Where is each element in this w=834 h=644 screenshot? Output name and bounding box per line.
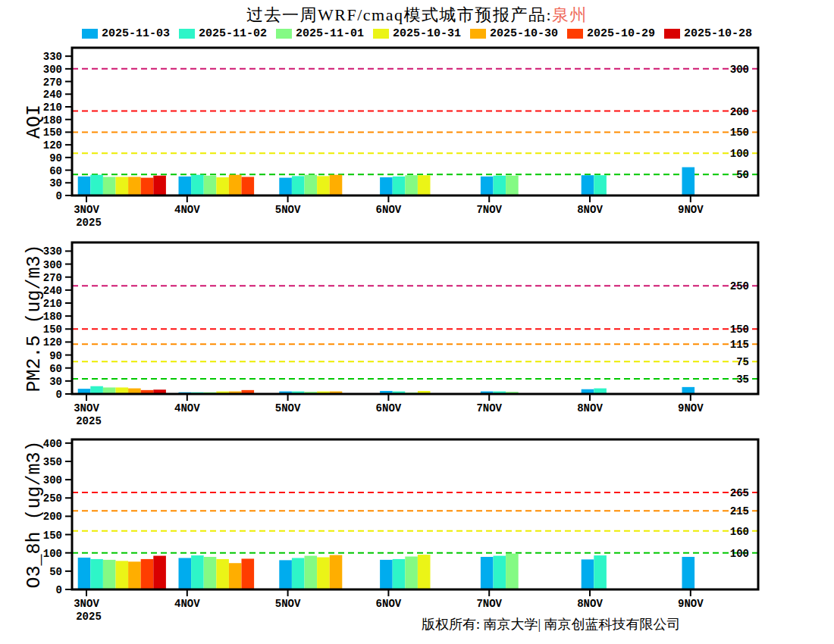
y-tick-label: 210: [43, 298, 62, 310]
y-axis-title: PM2.5 (ug/m3): [24, 244, 45, 392]
x-tick-label: 4NOV: [174, 598, 200, 610]
y-tick-label: 270: [43, 77, 62, 89]
y-tick-label: 90: [49, 350, 62, 362]
x-tick-label: 6NOV: [376, 402, 402, 414]
y-axis-title: AQI: [24, 105, 45, 139]
x-tick-label: 4NOV: [174, 204, 200, 216]
threshold-label-100: 100: [730, 548, 749, 560]
forecast-product-page: 过去一周WRF/cmaq模式城市预报产品:泉州 2025-11-032025-1…: [0, 0, 834, 644]
bar-2025-11-02-4NOV: [191, 175, 204, 195]
y-tick-label: 330: [43, 51, 62, 63]
y-tick-label: 100: [43, 548, 62, 560]
bar-2025-11-01-7NOV: [506, 176, 519, 195]
x-tick-label: 3NOV: [74, 402, 99, 414]
x-tick-sublabel: 2025: [76, 415, 102, 427]
bar-2025-10-29-3NOV: [141, 559, 154, 589]
bar-2025-11-03-7NOV: [481, 557, 494, 589]
bar-2025-11-01-4NOV: [204, 557, 217, 589]
y-tick-label: 270: [43, 272, 62, 284]
y-tick-label: 0: [56, 584, 62, 596]
bar-2025-10-31-6NOV: [418, 175, 431, 195]
y-tick-label: 240: [43, 285, 62, 297]
threshold-label-265: 265: [730, 487, 749, 499]
y-tick-label: 0: [56, 389, 62, 401]
bar-2025-10-31-5NOV: [317, 558, 330, 589]
y-tick-label: 30: [49, 376, 62, 388]
x-tick-label: 6NOV: [376, 598, 402, 610]
bar-2025-11-01-3NOV: [103, 560, 116, 589]
bar-2025-10-30-3NOV: [128, 177, 141, 195]
y-tick-label: 60: [49, 165, 62, 177]
bar-2025-10-31-4NOV: [216, 559, 229, 589]
y-tick-label: 50: [49, 566, 62, 578]
y-tick-label: 0: [56, 190, 62, 202]
x-tick-label: 5NOV: [275, 598, 301, 610]
bar-2025-11-03-4NOV: [179, 558, 192, 589]
bar-2025-11-01-5NOV: [305, 175, 318, 195]
y-tick-label: 400: [43, 438, 62, 450]
y-tick-label: 240: [43, 89, 62, 101]
x-tick-label: 7NOV: [476, 204, 502, 216]
bar-2025-11-03-5NOV: [279, 560, 292, 589]
bar-2025-11-01-4NOV: [204, 176, 217, 195]
bar-2025-10-29-4NOV: [242, 558, 255, 589]
bar-2025-10-29-4NOV: [242, 177, 255, 195]
bar-2025-11-01-7NOV: [506, 554, 519, 589]
threshold-label-150: 150: [730, 127, 749, 139]
bar-2025-11-02-7NOV: [494, 176, 506, 195]
y-tick-label: 180: [43, 311, 62, 323]
y-tick-label: 60: [49, 363, 62, 375]
threshold-label-100: 100: [730, 148, 749, 160]
bar-2025-11-03-6NOV: [380, 560, 393, 589]
bar-2025-11-02-5NOV: [292, 558, 305, 589]
y-tick-label: 150: [43, 127, 62, 139]
x-tick-label: 4NOV: [174, 402, 200, 414]
footer-copyright: 版权所有: 南京大学| 南京创蓝科技有限公司: [422, 615, 681, 633]
bar-2025-10-29-3NOV: [141, 178, 154, 195]
threshold-label-250: 250: [730, 280, 749, 292]
bar-2025-11-03-9NOV: [682, 167, 695, 195]
bar-2025-10-30-5NOV: [330, 555, 343, 589]
threshold-label-35: 35: [736, 374, 749, 386]
threshold-label-75: 75: [736, 356, 749, 368]
x-tick-label: 9NOV: [678, 598, 704, 610]
threshold-label-160: 160: [730, 526, 749, 538]
threshold-label-300: 300: [730, 64, 749, 76]
y-tick-label: 300: [43, 474, 62, 486]
bar-2025-10-31-3NOV: [116, 561, 129, 589]
bar-2025-10-30-4NOV: [229, 563, 242, 589]
x-tick-label: 8NOV: [577, 402, 603, 414]
x-tick-label: 8NOV: [577, 204, 603, 216]
y-tick-label: 150: [43, 530, 62, 542]
bar-2025-11-03-7NOV: [481, 177, 494, 195]
x-tick-label: 3NOV: [74, 598, 99, 610]
y-tick-label: 300: [43, 259, 62, 271]
bar-2025-11-02-7NOV: [494, 556, 506, 589]
bar-2025-10-31-4NOV: [216, 177, 229, 195]
chart-o3_8h: 0501001502002503003504003NOV20254NOV5NOV…: [24, 438, 758, 623]
bar-2025-11-02-3NOV: [90, 559, 103, 589]
y-tick-label: 120: [43, 336, 62, 349]
bar-2025-10-30-5NOV: [330, 175, 343, 195]
x-tick-label: 5NOV: [275, 204, 301, 216]
chart-pm2.5: 03060901201501802102402703003303NOV20254…: [24, 242, 758, 427]
bar-2025-10-30-3NOV: [128, 561, 141, 589]
bar-2025-11-02-8NOV: [594, 175, 607, 195]
chart-aqi: 03060901201501802102402703003303NOV20254…: [24, 48, 758, 229]
plot-border: [72, 48, 758, 195]
bar-2025-11-03-9NOV: [682, 557, 695, 589]
x-tick-sublabel: 2025: [76, 217, 102, 229]
x-tick-sublabel: 2025: [76, 611, 102, 623]
bar-2025-11-03-3NOV: [78, 558, 91, 589]
x-tick-label: 8NOV: [577, 598, 603, 610]
charts-canvas: 03060901201501802102402703003303NOV20254…: [0, 0, 834, 644]
bar-2025-10-31-6NOV: [418, 555, 431, 589]
plot-border: [72, 242, 758, 394]
bar-2025-11-03-3NOV: [78, 177, 91, 195]
y-tick-label: 330: [43, 245, 62, 258]
y-tick-label: 210: [43, 102, 62, 114]
threshold-label-215: 215: [730, 505, 749, 517]
bar-2025-11-02-3NOV: [90, 386, 103, 394]
y-tick-label: 150: [43, 324, 62, 336]
bar-2025-11-03-4NOV: [179, 177, 192, 195]
